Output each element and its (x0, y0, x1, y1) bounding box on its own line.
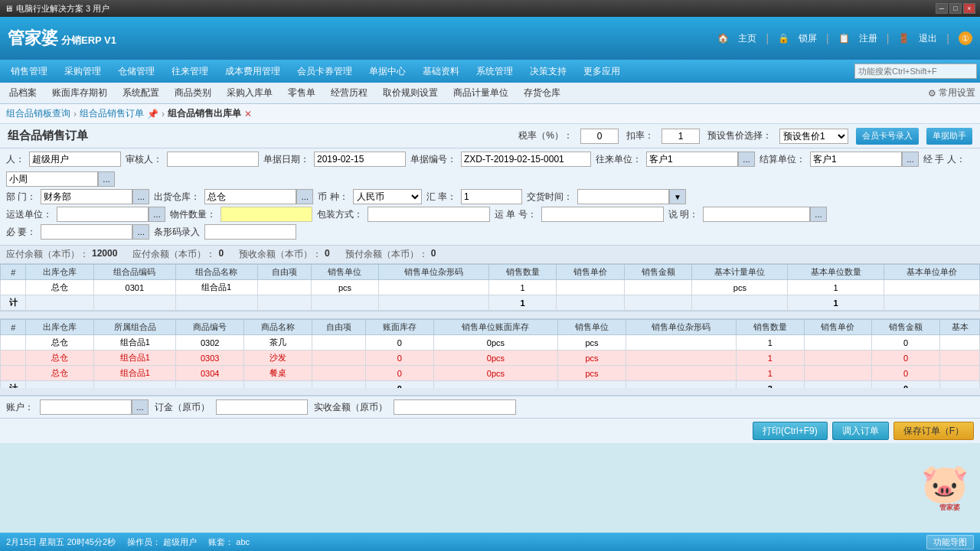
trade-time-input[interactable] (577, 189, 669, 204)
table-row[interactable]: 总仓 组合品1 0304 餐桌 0 0pcs pcs 1 0 (1, 366, 980, 381)
actual-input[interactable] (394, 399, 516, 415)
number-label: 单据编号： (410, 153, 456, 166)
toolbar-retail[interactable]: 零售单 (283, 85, 320, 101)
preset-price-select[interactable]: 预设售价1 (779, 129, 848, 144)
ship-unit-input[interactable] (57, 207, 149, 222)
settings-button[interactable]: ⚙ 常用设置 (928, 86, 975, 99)
parts-count-input[interactable] (220, 207, 312, 222)
toolbar-unit[interactable]: 商品计量单位 (449, 85, 513, 101)
toolbar-config[interactable]: 系统配置 (118, 85, 164, 101)
window-controls[interactable]: ─ □ × (936, 3, 975, 14)
discount-rate-label: 扣率： (626, 129, 654, 142)
discount-rate-input[interactable] (662, 129, 700, 144)
nav-purchase[interactable]: 采购管理 (57, 62, 109, 81)
import-button[interactable]: 调入订单 (832, 422, 889, 440)
toolbar-category[interactable]: 商品类别 (170, 85, 216, 101)
page-header-controls: 税率（%）： 扣率： 预设售价选择： 预设售价1 会员卡号录入 单据助手 (518, 128, 972, 145)
register-link[interactable]: 注册 (859, 32, 877, 45)
nav-vouchers[interactable]: 单据中心 (361, 62, 413, 81)
btotal-4 (176, 381, 244, 389)
toolbar-balance[interactable]: 账面库存期初 (47, 85, 112, 101)
settle-unit-dots[interactable]: … (902, 152, 919, 167)
bc-num (1, 335, 26, 350)
remark-dots[interactable]: … (810, 207, 827, 222)
bc-query[interactable]: 组合品销板查询 (6, 107, 70, 120)
member-card-button[interactable]: 会员卡号录入 (856, 128, 919, 145)
nav-decision[interactable]: 决策支持 (522, 62, 574, 81)
number-input[interactable] (461, 152, 591, 167)
settle-unit-input[interactable] (810, 152, 902, 167)
toolbar-warehouse[interactable]: 存货仓库 (519, 85, 565, 101)
tax-rate-input[interactable] (580, 129, 619, 144)
nav-member[interactable]: 会员卡券管理 (289, 62, 360, 81)
top-hscroll[interactable] (0, 311, 980, 319)
date-input[interactable] (314, 152, 406, 167)
ship-unit-dots[interactable]: … (149, 207, 165, 222)
receivable-item: 应付余额（本币）： 0 (132, 248, 224, 261)
toolbar-product-archive[interactable]: 品档案 (5, 85, 41, 101)
currency-select[interactable]: 人民币 (353, 189, 422, 204)
remark-input[interactable] (703, 207, 810, 222)
ship-no-input[interactable] (541, 207, 664, 222)
date-combo (314, 152, 406, 167)
trade-time-dots[interactable]: ▼ (669, 189, 686, 204)
handler-input[interactable] (6, 171, 98, 187)
required-dots[interactable]: … (132, 224, 149, 240)
nav-costs[interactable]: 成本费用管理 (217, 62, 288, 81)
bot-hscroll[interactable] (0, 388, 980, 396)
cell-warehouse: 总仓 (26, 280, 93, 295)
nav-sales[interactable]: 销售管理 (3, 62, 55, 81)
header-nav[interactable]: 🏠 主页 | 🔒 锁屏 | 📋 注册 | 🚪 退出 | ① (717, 31, 972, 45)
info-icon[interactable]: ① (959, 31, 972, 45)
lock-link[interactable]: 锁屏 (799, 32, 817, 45)
toolbar: 品档案 账面库存期初 系统配置 商品类别 采购入库单 零售单 经营历程 取价规则… (0, 83, 980, 104)
account-dots[interactable]: … (132, 399, 149, 415)
bc-order[interactable]: 组合品销售订单 (80, 107, 144, 120)
order-input[interactable] (216, 399, 308, 415)
page-title: 组合品销售订单 (8, 129, 88, 143)
dept-input[interactable] (41, 189, 132, 204)
to-unit-dots[interactable]: … (738, 152, 755, 167)
close-button[interactable]: × (963, 3, 975, 14)
bc-base (940, 335, 980, 350)
nav-more[interactable]: 更多应用 (576, 62, 628, 81)
bc-close-icon[interactable]: ✕ (244, 109, 252, 119)
search-bar[interactable] (854, 64, 977, 79)
print-button[interactable]: 打印(Ctrl+F9) (753, 422, 828, 440)
pack-input[interactable] (368, 207, 490, 222)
nav-data[interactable]: 基础资料 (415, 62, 467, 81)
bc-price2 (804, 350, 872, 366)
table-row[interactable]: 总仓 组合品1 0303 沙发 0 0pcs pcs 1 0 (1, 350, 980, 366)
maximize-button[interactable]: □ (949, 3, 962, 14)
table-row[interactable]: 总仓 组合品1 0302 茶几 0 0pcs pcs 1 0 (1, 335, 980, 350)
search-input[interactable] (854, 64, 977, 79)
operator-input[interactable] (29, 152, 121, 167)
exchange-input[interactable] (461, 189, 522, 204)
pack-label: 包装方式： (317, 208, 363, 221)
toolbar-price-rule[interactable]: 取价规则设置 (378, 85, 443, 101)
assist-button[interactable]: 单据助手 (926, 128, 972, 145)
table-row[interactable]: 总仓 0301 组合品1 pcs 1 pcs 1 (1, 280, 980, 295)
dept-dots[interactable]: … (132, 189, 149, 204)
form-row-1: 人： 审核人： 单据日期： 单据编号： 往来单位： … 结算单位： … 经 手 … (6, 152, 974, 187)
logout-link[interactable]: 退出 (919, 32, 937, 45)
account-input[interactable] (40, 399, 132, 415)
warehouse-input[interactable] (204, 189, 296, 204)
nav-system[interactable]: 系统管理 (469, 62, 521, 81)
warehouse-dots[interactable]: … (296, 189, 313, 204)
home-link[interactable]: 主页 (738, 32, 756, 45)
footer-account-label: 账套： (208, 537, 234, 546)
nav-transactions[interactable]: 往来管理 (164, 62, 216, 81)
toolbar-history[interactable]: 经营历程 (326, 85, 372, 101)
handler-dots[interactable]: … (98, 171, 115, 187)
auditor-input[interactable] (167, 152, 259, 167)
function-map-button[interactable]: 功能导图 (926, 535, 974, 549)
required-input[interactable] (41, 224, 132, 240)
to-unit-input[interactable] (646, 152, 738, 167)
barcode-input[interactable] (204, 224, 296, 240)
toolbar-purchase-in[interactable]: 采购入库单 (222, 85, 277, 101)
nav-warehouse[interactable]: 仓储管理 (110, 62, 162, 81)
minimize-button[interactable]: ─ (936, 3, 948, 14)
save-button[interactable]: 保存订单（F） (893, 422, 974, 440)
advance-item: 预付余额（本币）： 0 (345, 248, 436, 261)
